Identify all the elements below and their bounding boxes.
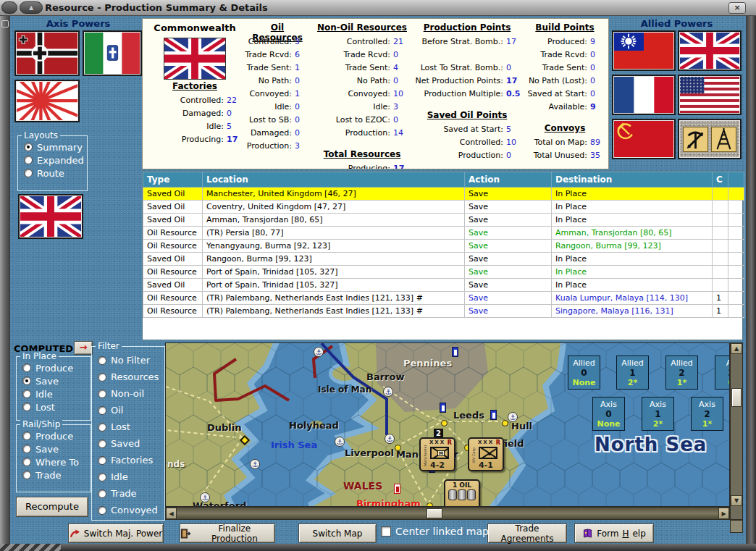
stack-box-axis-1[interactable]: Axis 1 2* [642, 397, 674, 431]
radio-route[interactable]: Route [18, 167, 87, 180]
radio-oil[interactable]: Oil [92, 402, 164, 418]
unit-counter-manchester[interactable]: XXX R Manchester M 4-2 [419, 437, 455, 471]
cell [728, 214, 744, 227]
oil-counter[interactable]: 1 OIL [444, 479, 480, 507]
horizontal-scroll-thumb[interactable] [427, 508, 442, 518]
radio-non-oil[interactable]: Non-oil [92, 385, 164, 402]
radio-lost[interactable]: Lost [92, 418, 164, 435]
stat-value: 9 [590, 37, 606, 46]
radio-button-icon[interactable] [22, 390, 31, 398]
checkbox-icon[interactable] [381, 526, 391, 537]
close-icon[interactable]: × [728, 2, 746, 14]
radio-button-icon[interactable] [24, 156, 33, 164]
stat-label: Trade Rcvd: [245, 50, 292, 59]
radio-save[interactable]: Save [17, 442, 91, 455]
radio-produce[interactable]: Produce [17, 361, 91, 374]
map-horizontal-scrollbar[interactable]: ◀ ▶ [165, 507, 730, 520]
center-linked-map-checkbox[interactable]: Center linked map [381, 526, 489, 537]
radio-lost[interactable]: Lost [17, 400, 91, 413]
cell: (TR) Persia [80, 77] [203, 227, 465, 240]
table-row[interactable]: Saved OilCoventry, United Kingdom [47, 2… [143, 201, 744, 214]
radio-button-icon[interactable] [22, 363, 31, 372]
table-row[interactable]: Saved OilRangoon, Burma [99, 123]SaveIn … [143, 253, 744, 266]
radio-idle[interactable]: Idle [17, 387, 91, 400]
radio-resources[interactable]: Resources [92, 369, 164, 385]
radio-button-icon[interactable] [98, 406, 106, 415]
allied-powers-title: Allied Powers [610, 18, 743, 29]
unit-counter-corps[interactable]: XXX R XIV Corp 4-1 [468, 437, 504, 471]
finalize-production-button[interactable]: Finalize Production [180, 523, 275, 543]
city-dot [395, 445, 401, 451]
vertical-scroll-thumb[interactable] [731, 388, 742, 407]
table-row[interactable]: Saved OilAmman, Transjordan [80, 65]Save… [143, 214, 744, 227]
stat-row: Trade Sent:4 [315, 61, 409, 74]
radio-label: Factories [111, 455, 153, 466]
recompute-button[interactable]: Recompute [16, 497, 88, 517]
switch-map-button[interactable]: Switch Map [298, 523, 377, 543]
radio-button-icon[interactable] [98, 390, 106, 398]
radio-button-icon[interactable] [98, 506, 106, 515]
radio-button-icon[interactable] [22, 458, 31, 466]
table-row[interactable]: Oil Resource(TR) Palembang, Netherlands … [143, 292, 744, 305]
radio-trade[interactable]: Trade [92, 485, 164, 502]
scroll-down-icon[interactable]: ▼ [731, 495, 742, 506]
radio-summary[interactable]: Summary [18, 140, 87, 153]
table-row[interactable]: Saved OilPort of Spain, Trinidad [105, 3… [143, 279, 744, 292]
cell: Oil Resource [143, 240, 203, 253]
map-viewport[interactable]: Pennines Barrow Isle of Man Holyhead Dub… [165, 342, 730, 507]
table-row[interactable]: Oil Resource(TR) Palembang, Netherlands … [143, 305, 744, 318]
radio-produce[interactable]: Produce [17, 429, 91, 442]
rail-ship-group: Rail/Ship ProduceSaveWhere ToTrade [16, 424, 91, 492]
radio-button-icon[interactable] [22, 471, 31, 479]
radio-trade[interactable]: Trade [17, 468, 91, 481]
radio-save[interactable]: Save [17, 374, 91, 387]
table-row[interactable]: Oil ResourcePort of Spain, Trinidad [105… [143, 266, 744, 279]
radio-button-icon[interactable] [22, 432, 31, 440]
stack-box-axis-0[interactable]: Axis 0 None [592, 397, 625, 431]
radio-where-to[interactable]: Where To [17, 455, 91, 468]
radio-button-icon[interactable] [98, 423, 106, 432]
radio-button-icon[interactable] [22, 377, 31, 385]
switch-major-power-button[interactable]: Switch Maj. Power [68, 523, 164, 543]
table-row[interactable]: Oil ResourceYenangyaung, Burma [92, 123]… [143, 240, 744, 253]
radio-saved[interactable]: Saved [92, 435, 164, 452]
radio-idle[interactable]: Idle [92, 468, 164, 485]
scroll-right-icon[interactable]: ▶ [718, 508, 729, 519]
radio-factories[interactable]: Factories [92, 452, 164, 468]
stack-box-allied-2[interactable]: Allied 2 1* [665, 356, 698, 390]
radio-no-filter[interactable]: No Filter [92, 352, 164, 369]
cell: Save [465, 305, 552, 318]
radio-button-icon[interactable] [98, 489, 106, 498]
scroll-left-icon[interactable]: ◀ [166, 508, 177, 519]
radio-button-icon[interactable] [22, 403, 31, 411]
stack-box-allied-1[interactable]: Allied 1 2* [616, 356, 649, 390]
radio-button-icon[interactable] [98, 356, 106, 365]
stat-row: Controlled:3 [244, 35, 311, 48]
map-vertical-scrollbar[interactable]: ▲ ▼ [730, 342, 743, 520]
form-help-button[interactable]: Form Help [574, 523, 654, 543]
stack-box-axis-2[interactable]: Axis 2 1* [691, 397, 723, 431]
radio-button-icon[interactable] [98, 439, 106, 448]
table-row[interactable]: Oil Resource(TR) Persia [80, 77]SaveAmma… [143, 227, 744, 240]
cell [728, 188, 744, 201]
computed-arrow-button[interactable]: → [74, 341, 93, 355]
radio-button-icon[interactable] [24, 143, 33, 151]
stack-box-allied-3[interactable]: All 3 0 [715, 356, 730, 390]
radio-button-icon[interactable] [24, 169, 33, 177]
table-row[interactable]: Saved OilManchester, United Kingdom [46,… [143, 188, 744, 201]
radio-convoyed[interactable]: Convoyed [92, 502, 164, 518]
trade-agreements-button[interactable]: Trade Agreements [487, 523, 567, 543]
radio-button-icon[interactable] [98, 373, 106, 382]
radio-button-icon[interactable] [98, 456, 106, 465]
stack-box-allied-0[interactable]: Allied 0 None [568, 356, 600, 390]
map-label-wales: WALES [343, 480, 382, 492]
stat-row: No Path (Lost):0 [524, 74, 606, 87]
system-menu-icon[interactable] [1, 1, 17, 14]
radio-expanded[interactable]: Expanded [18, 153, 87, 167]
stat-row: Convoyed:10 [315, 87, 409, 100]
stat-row: Trade Sent:0 [524, 61, 606, 74]
scroll-up-icon[interactable]: ▲ [731, 343, 742, 354]
minimize-icon[interactable]: ▲ [20, 1, 43, 14]
radio-button-icon[interactable] [22, 445, 31, 453]
radio-button-icon[interactable] [98, 473, 106, 481]
